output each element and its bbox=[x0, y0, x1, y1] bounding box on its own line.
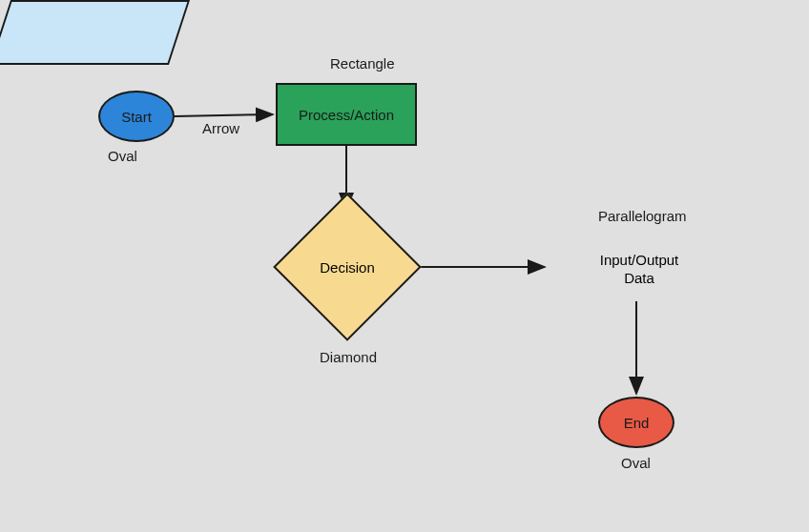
process-shape-label: Rectangle bbox=[330, 55, 395, 72]
end-shape-label: Oval bbox=[621, 455, 651, 471]
start-text: Start bbox=[121, 109, 152, 125]
io-text: Input/Output Data bbox=[600, 251, 679, 288]
process-rectangle: Process/Action bbox=[276, 83, 417, 146]
decision-shape-label: Diamond bbox=[320, 349, 377, 365]
process-text: Process/Action bbox=[299, 107, 394, 123]
decision-text: Decision bbox=[320, 259, 375, 276]
end-text: End bbox=[624, 415, 650, 431]
start-oval: Start bbox=[98, 91, 175, 142]
io-parallelogram bbox=[0, 0, 190, 65]
arrow-label: Arrow bbox=[202, 120, 239, 136]
decision-diamond: Decision bbox=[295, 215, 400, 319]
end-oval: End bbox=[598, 397, 674, 448]
io-parallelogram-text-wrap: Input/Output Data bbox=[550, 236, 729, 301]
arrow-start-to-process bbox=[175, 114, 273, 116]
io-shape-label: Parallelogram bbox=[598, 208, 687, 224]
start-shape-label: Oval bbox=[108, 148, 137, 164]
